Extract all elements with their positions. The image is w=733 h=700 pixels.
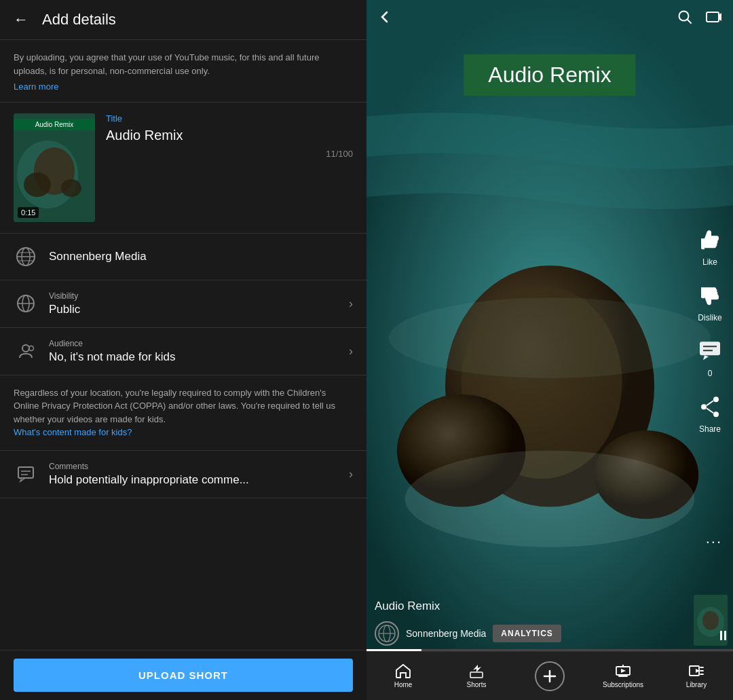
visibility-value: Public [49, 303, 349, 316]
svg-point-13 [22, 345, 29, 352]
more-button[interactable]: ··· [706, 533, 722, 551]
like-label: Like [702, 257, 717, 267]
video-info: Audio Remix Sonnenberg Media ANALYTICS [375, 600, 685, 646]
right-video-header [366, 0, 733, 34]
title-label: Title [106, 113, 353, 124]
channel-avatar [375, 621, 399, 646]
coppa-text: Regardless of your location, you're lega… [14, 388, 335, 424]
comments-row[interactable]: Comments Hold potentially inappropriate … [0, 451, 366, 498]
page-title: Add details [42, 11, 116, 29]
channel-icon [14, 244, 38, 269]
share-label: Share [699, 424, 721, 434]
dislike-label: Dislike [698, 313, 721, 323]
disclaimer-section: By uploading, you agree that your use of… [0, 40, 366, 103]
audience-chevron: › [349, 344, 353, 358]
audience-row[interactable]: Audience No, it's not made for kids › [0, 328, 366, 375]
upload-btn-area: UPLOAD SHORT [0, 650, 366, 700]
home-icon [395, 663, 411, 678]
comments-label: Comments [49, 462, 349, 471]
svg-line-35 [707, 401, 713, 405]
svg-point-3 [24, 172, 51, 197]
subscriptions-label: Subscriptions [603, 681, 643, 688]
pause-indicator [720, 631, 726, 640]
right-back-button[interactable] [377, 10, 392, 24]
char-count: 11/100 [106, 149, 353, 159]
shorts-label: Shorts [467, 681, 487, 688]
coppa-notice: Regardless of your location, you're lega… [0, 375, 366, 451]
nav-home[interactable]: Home [366, 663, 440, 688]
comments-value: Hold potentially inappropriate comme... [49, 473, 349, 487]
svg-rect-15 [18, 467, 33, 478]
svg-point-28 [389, 297, 711, 378]
svg-marker-49 [621, 669, 626, 673]
audience-icon [14, 339, 38, 363]
svg-point-4 [61, 179, 81, 197]
shorts-icon [469, 663, 484, 678]
nav-library[interactable]: Library [660, 663, 733, 688]
audience-label: Audience [49, 339, 349, 348]
share-icon [695, 392, 725, 422]
dislike-button[interactable]: Dislike [695, 280, 725, 323]
back-button[interactable]: ← [14, 11, 29, 29]
svg-point-42 [702, 611, 719, 630]
svg-line-36 [707, 408, 713, 413]
visibility-chevron: › [349, 297, 353, 311]
comments-icon [14, 462, 38, 486]
title-input[interactable] [106, 128, 353, 143]
visibility-icon [14, 291, 38, 316]
svg-point-32 [713, 397, 719, 402]
comments-button[interactable]: 0 [695, 336, 725, 378]
svg-rect-20 [707, 12, 719, 22]
svg-line-19 [688, 20, 692, 24]
thumb-label: Audio Remix [14, 119, 95, 130]
video-background: Audio Remix Like [366, 0, 733, 700]
create-button[interactable] [535, 661, 565, 691]
like-icon [695, 225, 725, 255]
visibility-row[interactable]: Visibility Public › [0, 280, 366, 328]
coppa-link[interactable]: What's content made for kids? [14, 427, 132, 437]
channel-name: Sonnenberg Media [49, 250, 353, 263]
scroll-content: Sonnenberg Media Visibility Public › [0, 234, 366, 650]
comments-count: 0 [708, 369, 713, 378]
left-panel: ← Add details By uploading, you agree th… [0, 0, 366, 700]
disclaimer-text: By uploading, you agree that your use of… [14, 52, 319, 76]
bottom-navigation: Home Shorts [366, 651, 733, 700]
svg-rect-29 [700, 342, 720, 355]
action-buttons: Like Dislike [695, 225, 725, 434]
audience-value: No, it's not made for kids [49, 350, 349, 364]
dislike-icon [695, 280, 725, 310]
subscriptions-icon [616, 663, 631, 678]
audio-remix-banner: Audio Remix [464, 54, 635, 96]
nav-create[interactable] [513, 661, 586, 691]
svg-point-34 [713, 411, 719, 417]
camera-button[interactable] [706, 10, 722, 24]
analytics-button[interactable]: ANALYTICS [493, 625, 561, 642]
svg-point-27 [405, 451, 695, 547]
search-button[interactable] [677, 10, 692, 24]
share-button[interactable]: Share [695, 392, 725, 434]
right-panel: Audio Remix Like [366, 0, 733, 700]
channel-display-name: Sonnenberg Media [406, 628, 486, 639]
video-title-display: Audio Remix [375, 600, 685, 613]
library-icon [689, 663, 704, 678]
upload-button[interactable]: UPLOAD SHORT [14, 659, 353, 692]
nav-shorts[interactable]: Shorts [440, 663, 513, 688]
nav-subscriptions[interactable]: Subscriptions [586, 663, 660, 688]
home-label: Home [394, 681, 413, 688]
comments-action-icon [695, 336, 725, 366]
learn-more-link[interactable]: Learn more [14, 80, 353, 94]
svg-point-33 [701, 404, 707, 409]
ocean-scene [366, 0, 733, 700]
title-section: Audio Remix 0:15 Title 11/100 [0, 103, 366, 234]
channel-row[interactable]: Sonnenberg Media [0, 234, 366, 280]
library-label: Library [686, 681, 707, 688]
video-container[interactable]: Audio Remix Like [366, 0, 733, 700]
header: ← Add details [0, 0, 366, 40]
comments-chevron: › [349, 467, 353, 481]
svg-rect-43 [470, 672, 483, 678]
like-button[interactable]: Like [695, 225, 725, 267]
video-thumbnail: Audio Remix 0:15 [14, 113, 95, 222]
visibility-label: Visibility [49, 291, 349, 301]
thumb-duration: 0:15 [18, 207, 39, 218]
